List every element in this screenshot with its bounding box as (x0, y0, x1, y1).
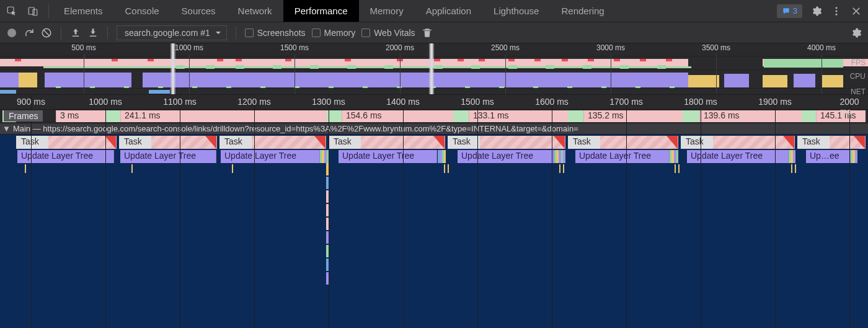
main-thread-label: Main — https://search.google.com/search-… (13, 124, 578, 133)
frame-idle[interactable] (105, 110, 120, 122)
tab-lighthouse[interactable]: Lighthouse (482, 0, 550, 22)
memory-checkbox[interactable]: Memory (312, 28, 356, 38)
flame-micro-event[interactable] (232, 164, 233, 173)
inspect-icon[interactable] (6, 6, 17, 17)
task-block[interactable]: Task (119, 136, 217, 149)
update-layer-tree-block[interactable]: Up…ee (806, 150, 851, 163)
flame-sliver[interactable] (793, 150, 795, 163)
tab-sources[interactable]: Sources (170, 0, 227, 22)
overview-tick: 2500 ms (491, 43, 520, 52)
frame-block[interactable]: 135.2 ms (583, 110, 683, 122)
update-layer-tree-block[interactable]: Update Layer Tree (339, 150, 437, 163)
overview-timeline[interactable]: 500 ms1000 ms1500 ms2000 ms2500 ms3000 m… (0, 43, 868, 95)
task-block[interactable]: Task (329, 136, 445, 149)
clear-button[interactable] (41, 27, 52, 38)
flame-micro-event[interactable] (25, 164, 26, 173)
flame-chart[interactable]: TaskTaskTaskTaskTaskTaskTaskTask Update … (0, 135, 868, 328)
flame-micro-event[interactable] (448, 164, 449, 173)
recording-selector[interactable]: search.google.com #1 (117, 25, 227, 40)
reload-record-button[interactable] (24, 27, 35, 38)
detail-tick: 1500 ms (461, 97, 494, 107)
overview-tick: 4000 ms (807, 43, 836, 52)
flame-sliver[interactable] (444, 150, 446, 163)
frame-block[interactable]: 139.6 ms (699, 110, 802, 122)
update-layer-tree-block[interactable]: Update Layer Tree (458, 150, 554, 163)
svg-point-3 (836, 7, 838, 9)
flame-micro-event[interactable] (791, 164, 792, 173)
svg-rect-1 (29, 7, 34, 14)
overview-tick: 500 ms (71, 43, 95, 52)
capture-settings-gear-icon[interactable] (851, 27, 862, 38)
overview-selection-handle-right[interactable] (429, 43, 434, 94)
flame-micro-event[interactable] (675, 164, 676, 173)
overview-selection-handle-left[interactable] (170, 43, 175, 94)
overview-tick: 2000 ms (386, 43, 414, 52)
screenshots-checkbox[interactable]: Screenshots (245, 28, 306, 38)
record-button[interactable] (6, 27, 17, 38)
update-layer-tree-block[interactable]: Update Layer Tree (120, 150, 216, 163)
update-layer-tree-block[interactable]: Update Layer Tree (17, 150, 114, 163)
devtools-tabbar: Elements Console Sources Network Perform… (0, 0, 868, 22)
device-toggle-icon[interactable] (27, 6, 38, 17)
frames-lane[interactable]: Frames 3 ms241.1 ms154.6 ms133.1 ms135.2… (0, 110, 868, 123)
frame-idle[interactable] (568, 110, 583, 122)
feedback-count: 3 (793, 6, 797, 16)
collect-garbage-button[interactable] (422, 27, 433, 38)
detail-tick: 1400 ms (386, 97, 420, 107)
update-layer-tree-block[interactable]: Update Layer Tree (221, 150, 320, 163)
overview-tick: 1000 ms (175, 43, 203, 52)
kebab-icon[interactable] (831, 6, 842, 17)
close-icon[interactable] (851, 6, 862, 17)
task-block[interactable]: Task (448, 136, 565, 149)
frame-idle[interactable] (683, 110, 699, 122)
web-vitals-checkbox[interactable]: Web Vitals (361, 28, 415, 38)
frame-block[interactable]: 241.1 ms (120, 110, 327, 122)
detail-tick: 1700 ms (609, 97, 643, 107)
detail-tick: 1900 ms (758, 97, 792, 107)
frame-idle[interactable] (802, 110, 816, 122)
flame-sliver[interactable] (563, 150, 565, 163)
tab-elements[interactable]: Elements (53, 0, 114, 22)
flame-sliver[interactable] (676, 150, 678, 163)
tab-memory[interactable]: Memory (359, 0, 415, 22)
detail-ruler[interactable]: 900 ms1000 ms1100 ms1200 ms1300 ms1400 m… (0, 95, 868, 110)
flame-micro-event[interactable] (559, 164, 560, 173)
task-block[interactable]: Task (568, 136, 678, 149)
update-layer-tree-block[interactable]: Update Layer Tree (575, 150, 670, 163)
tab-performance[interactable]: Performance (283, 0, 359, 22)
frame-idle[interactable] (453, 110, 469, 122)
svg-rect-8 (90, 35, 97, 37)
frame-block[interactable]: 3 ms (56, 110, 105, 122)
caret-down-icon: ▼ (2, 124, 11, 133)
frame-block[interactable]: 154.6 ms (342, 110, 453, 122)
task-block[interactable]: Task (681, 136, 795, 149)
feedback-button[interactable]: 3 (777, 4, 802, 18)
update-layer-tree-block[interactable]: Update Layer Tree (687, 150, 789, 163)
overview-tick: 3500 ms (702, 43, 730, 52)
svg-point-4 (836, 10, 838, 12)
flame-micro-event[interactable] (131, 164, 133, 173)
flame-micro-event[interactable] (563, 164, 564, 173)
frame-block[interactable]: 133.1 ms (469, 110, 568, 122)
perf-toolbar: search.google.com #1 Screenshots Memory … (0, 22, 868, 43)
load-profile-button[interactable] (70, 27, 81, 38)
save-profile-button[interactable] (87, 27, 99, 38)
flame-micro-event[interactable] (795, 164, 796, 173)
detail-tick: 900 ms (17, 97, 45, 107)
task-block[interactable]: Task (219, 136, 326, 149)
task-block[interactable]: Task (797, 136, 866, 149)
chevron-down-icon (215, 30, 221, 36)
gear-icon[interactable] (811, 6, 822, 17)
flame-micro-event[interactable] (444, 164, 445, 173)
svg-rect-7 (73, 35, 79, 37)
tab-rendering[interactable]: Rendering (550, 0, 615, 22)
flame-sliver[interactable] (855, 150, 857, 163)
tab-console[interactable]: Console (114, 0, 170, 22)
tab-application[interactable]: Application (415, 0, 482, 22)
overview-tick: 3000 ms (596, 43, 625, 52)
tab-network[interactable]: Network (227, 0, 283, 22)
main-thread-header[interactable]: ▼ Main — https://search.google.com/searc… (0, 123, 868, 135)
overview-tick: 1500 ms (280, 43, 309, 52)
detail-tick: 1000 ms (89, 97, 122, 107)
flame-micro-event[interactable] (678, 164, 680, 173)
